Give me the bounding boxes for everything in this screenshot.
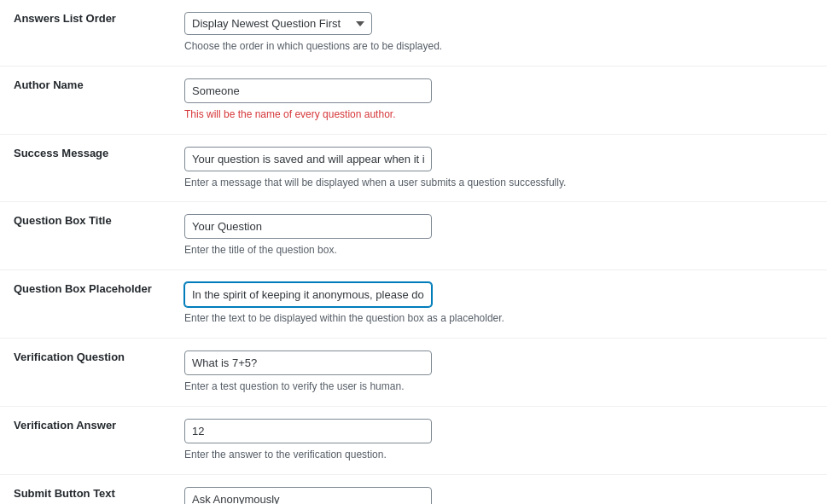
label-verification-answer: Verification Answer bbox=[0, 406, 171, 474]
input-cell-verification-question: Enter a test question to verify the user… bbox=[171, 338, 827, 406]
hint-question-box-placeholder: Enter the text to be displayed within th… bbox=[184, 311, 813, 326]
input-submit-button-text[interactable] bbox=[184, 487, 432, 504]
settings-row-success-message: Success MessageEnter a message that will… bbox=[0, 134, 827, 202]
hint-author-name: This will be the name of every question … bbox=[184, 107, 813, 122]
input-cell-author-name: This will be the name of every question … bbox=[171, 66, 827, 134]
input-cell-question-box-title: Enter the title of the question box. bbox=[171, 202, 827, 270]
hint-success-message: Enter a message that will be displayed w… bbox=[184, 176, 813, 190]
label-success-message: Success Message bbox=[0, 134, 171, 202]
hint-verification-question: Enter a test question to verify the user… bbox=[184, 379, 813, 394]
label-answers-list-order: Answers List Order bbox=[0, 0, 171, 66]
label-question-box-title: Question Box Title bbox=[0, 202, 171, 270]
input-question-box-placeholder[interactable] bbox=[184, 282, 432, 307]
input-verification-question[interactable] bbox=[184, 350, 432, 375]
input-success-message[interactable] bbox=[184, 147, 432, 171]
settings-row-submit-button-text: Submit Button TextEnter the text to be d… bbox=[0, 474, 827, 504]
settings-table: Answers List OrderDisplay Newest Questio… bbox=[0, 0, 827, 504]
label-verification-question: Verification Question bbox=[0, 338, 171, 406]
input-cell-question-box-placeholder: Enter the text to be displayed within th… bbox=[171, 270, 827, 339]
label-question-box-placeholder: Question Box Placeholder bbox=[0, 270, 171, 339]
settings-row-answers-list-order: Answers List OrderDisplay Newest Questio… bbox=[0, 0, 827, 66]
input-author-name[interactable] bbox=[184, 78, 432, 103]
input-cell-answers-list-order: Display Newest Question FirstDisplay Old… bbox=[171, 0, 827, 66]
input-cell-success-message: Enter a message that will be displayed w… bbox=[171, 134, 827, 202]
input-question-box-title[interactable] bbox=[184, 214, 432, 239]
input-cell-verification-answer: Enter the answer to the verification que… bbox=[171, 406, 827, 474]
settings-row-author-name: Author NameThis will be the name of ever… bbox=[0, 66, 827, 134]
settings-row-question-box-placeholder: Question Box PlaceholderEnter the text t… bbox=[0, 270, 827, 339]
settings-row-verification-question: Verification QuestionEnter a test questi… bbox=[0, 338, 827, 406]
input-verification-answer[interactable] bbox=[184, 419, 432, 443]
hint-answers-list-order: Choose the order in which questions are … bbox=[184, 39, 813, 54]
settings-row-verification-answer: Verification AnswerEnter the answer to t… bbox=[0, 406, 827, 474]
hint-verification-answer: Enter the answer to the verification que… bbox=[184, 448, 813, 462]
select-answers-list-order[interactable]: Display Newest Question FirstDisplay Old… bbox=[184, 12, 372, 35]
label-submit-button-text: Submit Button Text bbox=[0, 474, 171, 504]
input-cell-submit-button-text: Enter the text to be displayed on the fo… bbox=[171, 474, 827, 504]
settings-row-question-box-title: Question Box TitleEnter the title of the… bbox=[0, 202, 827, 270]
hint-question-box-title: Enter the title of the question box. bbox=[184, 243, 813, 258]
label-author-name: Author Name bbox=[0, 66, 171, 134]
